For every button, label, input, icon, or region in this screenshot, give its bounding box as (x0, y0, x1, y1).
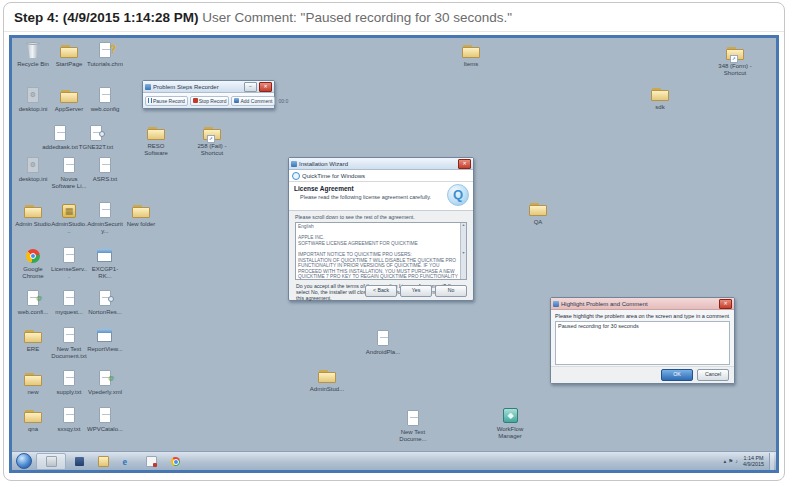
document-icon (58, 370, 80, 388)
license-text-box[interactable]: English APPLE INC. SOFTWARE LICENSE AGRE… (295, 222, 467, 280)
desktop-icon-adminstud-folder[interactable]: AdminStud... (309, 367, 345, 393)
desktop-icon-asrs[interactable]: ASRS.txt (87, 157, 123, 183)
dialog-title-bar[interactable]: Highlight Problem and Comment ✕ (551, 298, 734, 310)
desktop-icon-348-form-shortcut[interactable]: ➚348 (Form) - Shortcut (717, 44, 753, 76)
desktop-icon-web-confi[interactable]: web.confi... (15, 290, 51, 316)
comment-icon (234, 98, 239, 103)
desktop-icon-google-chrome[interactable]: Google Chrome (15, 247, 51, 279)
action-center-flag-icon[interactable]: ⚑ (728, 458, 733, 464)
desktop-icon-nortonres[interactable]: NortonRes... (87, 290, 123, 316)
icon-label: LicenseServ... (51, 266, 87, 279)
ok-button[interactable]: OK (661, 369, 693, 381)
close-button[interactable]: ✕ (719, 299, 732, 309)
cancel-button[interactable]: Cancel (697, 369, 729, 381)
psr-timer: 00:0 (278, 98, 288, 104)
desktop-icon-new-text-document[interactable]: New Text Document.txt (51, 327, 87, 359)
desktop-icon-excgp1[interactable]: EXCGP1-RK... (87, 247, 123, 279)
desktop-icon-sxxqy[interactable]: sxxqy.txt (51, 407, 87, 433)
folder-shortcut-icon: ➚ (201, 124, 223, 142)
comment-input[interactable]: Paused recording for 30 seconds (555, 321, 730, 365)
quicktime-installer-window[interactable]: Installation Wizard ✕ QuickTime for Wind… (288, 157, 474, 301)
windows-desktop[interactable]: Recycle Bin StartPage Tutorials.chm desk… (12, 38, 776, 470)
back-button[interactable]: < Back (365, 285, 397, 297)
desktop-icon-licenseserv[interactable]: LicenseServ... (51, 247, 87, 279)
desktop-icon-workflow-manager[interactable]: WorkFlow Manager (492, 407, 528, 439)
icon-label: web.config (87, 106, 123, 113)
pause-record-button[interactable]: Pause Record (145, 96, 188, 106)
add-comment-button[interactable]: Add Comment (231, 96, 275, 106)
psr-toolbar-window[interactable]: Problem Steps Recorder – ✕ Pause Record … (142, 80, 275, 109)
icon-label: New folder (123, 221, 159, 228)
desktop-icon-ere[interactable]: ERE (15, 327, 51, 353)
icon-label: desktop.ini (15, 176, 51, 183)
desktop-icon-androidpla[interactable]: AndroidPla... (365, 330, 401, 356)
desktop-icon-new[interactable]: new (15, 370, 51, 396)
desktop-icon-supply[interactable]: supply.txt (51, 370, 87, 396)
recorder-icon (75, 457, 84, 466)
show-desktop-button[interactable] (769, 453, 774, 470)
icon-label: Recycle Bin (15, 61, 51, 68)
desktop-icon-desktop-ini[interactable]: desktop.ini (15, 87, 51, 113)
desktop-icon-items[interactable]: Items (453, 42, 489, 68)
psr-title-bar[interactable]: Problem Steps Recorder – ✕ (143, 81, 274, 93)
taskbar-item-chrome[interactable] (164, 454, 186, 469)
taskbar-item-explorer[interactable] (92, 454, 114, 469)
yes-button[interactable]: Yes (400, 285, 432, 297)
license-scrollbar[interactable]: ▲▼ (460, 223, 466, 279)
highlight-comment-dialog[interactable]: Highlight Problem and Comment ✕ Please h… (550, 297, 735, 384)
stop-record-button[interactable]: Stop Record (190, 96, 230, 106)
taskbar-item-document-app[interactable] (140, 454, 162, 469)
desktop-icon-qna[interactable]: qna (15, 407, 51, 433)
icon-label: sdk (642, 104, 678, 111)
icon-label: ERE (15, 346, 51, 353)
folder-icon (58, 87, 80, 105)
psr-step-card: Step 4: (4/9/2015 1:14:28 PM) User Comme… (3, 2, 785, 481)
icon-label: EXCGP1-RK... (87, 266, 123, 279)
desktop-icon-recycle-bin[interactable]: Recycle Bin (15, 42, 51, 68)
desktop-icon-adminsecurity[interactable]: AdminSecurity... (87, 202, 123, 234)
desktop-icon-qa[interactable]: QA (520, 200, 556, 226)
taskbar-item-active-app[interactable] (36, 453, 66, 470)
license-agreement-subheading: Please read the following license agreem… (300, 194, 443, 200)
desktop-icon-desktop-ini-2[interactable]: desktop.ini (15, 157, 51, 183)
desktop-icon-sdk[interactable]: sdk (642, 85, 678, 111)
desktop-icon-tutorials-chm[interactable]: Tutorials.chm (87, 42, 123, 68)
no-button[interactable]: No (435, 285, 467, 297)
desktop-icon-startpage[interactable]: StartPage (51, 42, 87, 68)
icon-label: AppServer (51, 106, 87, 113)
icon-label: Novus Software Li... (51, 176, 87, 189)
desktop-icon-reportview[interactable]: ReportView... (87, 327, 123, 353)
chrome-icon (171, 457, 180, 466)
desktop-icon-novus-software[interactable]: Novus Software Li... (51, 157, 87, 189)
folder-icon (649, 85, 671, 103)
taskbar-item-internet-explorer[interactable]: e (116, 454, 138, 469)
document-icon (58, 327, 80, 345)
desktop-icon-258-fail-shortcut[interactable]: ➚258 (Fail) - Shortcut (194, 124, 230, 156)
desktop-icon-wpvcatalo[interactable]: WPVCatalo... (87, 407, 123, 433)
folder-icon (22, 202, 44, 220)
installer-title-bar[interactable]: Installation Wizard ✕ (289, 158, 473, 170)
taskbar-item-recorder[interactable] (68, 454, 90, 469)
desktop-icon-addedtask[interactable]: addedtask.txt (42, 125, 78, 151)
desktop-icon-reso-software[interactable]: RESO Software (138, 124, 174, 156)
start-button[interactable] (16, 453, 32, 469)
desktop-icon-adminstudio-app[interactable]: AdminStudio... (51, 202, 87, 234)
close-button[interactable]: ✕ (259, 82, 272, 92)
desktop-icon-appserver[interactable]: AppServer (51, 87, 87, 113)
desktop-icon-vpederly[interactable]: Vpederly.xml (87, 370, 123, 396)
desktop-icon-tgne32t[interactable]: TGNE32T.txt (78, 125, 114, 151)
desktop-icon-new-text-docume[interactable]: New Text Docume... (395, 410, 431, 442)
minimize-button[interactable]: – (244, 82, 257, 92)
folder-shortcut-icon: ➚ (724, 44, 746, 62)
close-button[interactable]: ✕ (458, 159, 471, 169)
clock-time: 1:14 PM (743, 455, 763, 461)
tray-expand-icon[interactable]: ▴ (724, 458, 727, 464)
taskbar-clock[interactable]: 1:14 PM4/9/2015 (740, 455, 767, 467)
desktop-icon-myquest[interactable]: myquest... (51, 290, 87, 316)
desktop-icon-new-folder[interactable]: New folder (123, 202, 159, 228)
icon-label: New Text Document.txt (51, 346, 87, 359)
desktop-icon-web-config[interactable]: web.config (87, 87, 123, 113)
desktop-icon-admin-studio[interactable]: Admin Studio (15, 202, 51, 228)
volume-icon[interactable]: ♪ (735, 458, 738, 464)
taskbar[interactable]: e ▴ ⚑ ♪ 1:14 PM4/9/2015 (12, 451, 776, 470)
